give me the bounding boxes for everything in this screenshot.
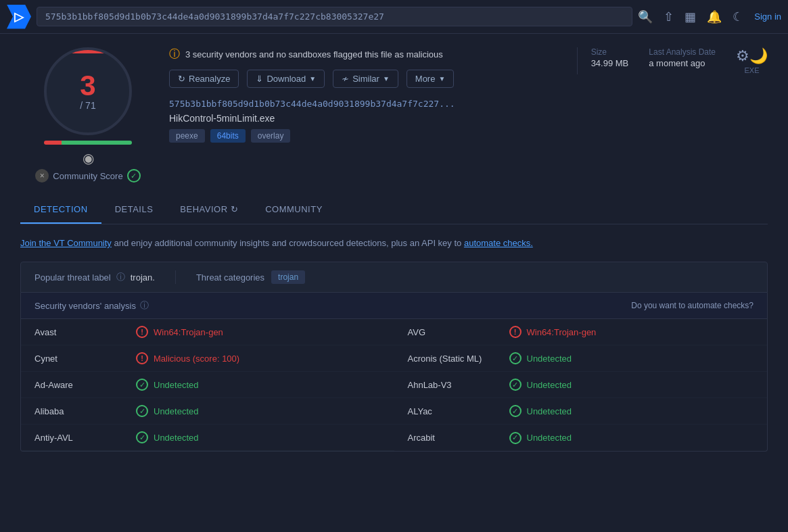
vendor-row: AhnLab-V3 ✓ Undetected — [394, 372, 768, 398]
detection-label: Undetected — [154, 433, 199, 443]
tab-details[interactable]: DETAILS — [101, 196, 167, 224]
vendor-status: ✓ Undetected — [509, 379, 572, 391]
similar-button[interactable]: ≁ Similar ▼ — [333, 70, 398, 88]
undetected-icon: ✓ — [509, 379, 522, 391]
check-icon: ✓ — [131, 172, 137, 180]
download-button[interactable]: ⇓ Download ▼ — [247, 70, 325, 88]
detection-label: Undetected — [527, 433, 572, 443]
vendor-name: Arcabit — [408, 433, 503, 443]
vendor-row: Ad-Aware ✓ Undetected — [21, 372, 394, 398]
more-dropdown-arrow: ▼ — [438, 75, 445, 82]
file-meta: ⓘ 3 security vendors and no sandboxes fl… — [156, 47, 563, 143]
question-mark-area: ◉ — [44, 150, 132, 166]
tag-64bits[interactable]: 64bits — [210, 129, 246, 143]
detection-label: Undetected — [154, 380, 199, 390]
score-circle-wrap: 3 / 71 — [44, 47, 132, 135]
vendor-name: Ad-Aware — [34, 380, 129, 390]
action-buttons: ↻ Reanalyze ⇓ Download ▼ ≁ Similar ▼ Mor… — [169, 70, 563, 88]
undetected-icon: ✓ — [509, 405, 522, 417]
upload-icon[interactable]: ⇧ — [664, 9, 674, 24]
join-vt-community-link[interactable]: Join the VT Community — [20, 238, 112, 248]
similar-icon: ≁ — [342, 74, 349, 84]
file-details-panel: Size 34.99 MB Last Analysis Date a momen… — [577, 47, 768, 74]
vendor-row: Antiy-AVL ✓ Undetected — [21, 425, 394, 451]
x-icon: × — [40, 171, 45, 180]
detected-icon: ! — [136, 352, 148, 364]
reanalyze-button[interactable]: ↻ Reanalyze — [169, 70, 239, 88]
bell-icon[interactable]: 🔔 — [707, 9, 722, 24]
automate-checks-link[interactable]: automate checks. — [464, 238, 533, 248]
tab-behavior[interactable]: BEHAVIOR ↻ — [166, 196, 252, 224]
vendor-row: Arcabit ✓ Undetected — [394, 425, 768, 451]
vendor-row: ALYac ✓ Undetected — [394, 398, 768, 425]
threat-cat-badge[interactable]: trojan — [271, 270, 305, 284]
vendor-status: ✓ Undetected — [136, 405, 199, 417]
score-number: 3 — [80, 72, 95, 100]
threat-header: Popular threat label ⓘ trojan. Threat ca… — [20, 262, 768, 293]
tab-detection[interactable]: DETECTION — [20, 196, 101, 224]
tag-peexe[interactable]: peexe — [169, 129, 205, 143]
detection-label: Undetected — [154, 406, 199, 416]
vendor-row: Cynet ! Malicious (score: 100) — [21, 345, 394, 372]
vendor-table-title: Security vendors' analysis ⓘ — [34, 299, 149, 312]
vendor-status: ✓ Undetected — [509, 352, 572, 364]
download-icon: ⇓ — [256, 74, 263, 84]
score-denominator: / 71 — [80, 100, 95, 111]
filetype-label: EXE — [744, 66, 759, 74]
threat-label-info-icon[interactable]: ⓘ — [116, 271, 125, 283]
threat-label-section: Popular threat label ⓘ trojan. — [34, 271, 155, 283]
hash-display: 575b3b1bbf805d9d1b0b73c44de4a0d9031899b3… — [37, 7, 632, 26]
date-value: a moment ago — [649, 58, 716, 68]
vendor-status: ! Malicious (score: 100) — [136, 352, 239, 364]
threat-cat-title: Threat categories — [196, 272, 264, 283]
vendor-status: ✓ Undetected — [136, 431, 199, 443]
signin-button[interactable]: Sign in — [754, 11, 781, 22]
file-name: HikControl-5minLimit.exe — [169, 113, 563, 124]
date-label: Last Analysis Date — [649, 47, 716, 57]
grid-icon[interactable]: ▦ — [685, 9, 696, 24]
detection-label: Undetected — [527, 380, 572, 390]
score-section: 3 / 71 ◉ × Community Score ✓ — [20, 47, 156, 183]
vt-logo[interactable]: ▷ — [7, 5, 31, 29]
vendor-status: ✓ Undetected — [509, 405, 572, 417]
detection-label: Win64:Trojan-gen — [527, 327, 597, 337]
community-score-dismiss[interactable]: × — [35, 169, 49, 183]
tag-overlay[interactable]: overlay — [251, 129, 291, 143]
top-navigation: ▷ 575b3b1bbf805d9d1b0b73c44de4a0d9031899… — [0, 0, 788, 34]
vendor-table-section: Security vendors' analysis ⓘ Do you want… — [20, 293, 768, 452]
undetected-icon: ✓ — [136, 379, 148, 391]
tab-community[interactable]: COMMUNITY — [252, 196, 336, 224]
search-icon[interactable]: 🔍 — [638, 9, 653, 24]
score-gauge — [44, 141, 132, 145]
vendor-table-info-icon[interactable]: ⓘ — [140, 299, 149, 312]
vendor-name: Cynet — [34, 354, 129, 364]
undetected-icon: ✓ — [509, 432, 522, 444]
detection-label: Win64:Trojan-gen — [154, 327, 223, 337]
threat-label-value: trojan. — [131, 272, 155, 283]
vendor-status: ! Win64:Trojan-gen — [136, 326, 223, 338]
autocheck-link: Do you want to automate checks? — [631, 301, 754, 310]
reanalyze-icon: ↻ — [178, 74, 185, 84]
question-mark-icon: ◉ — [83, 150, 94, 166]
vendor-row: Alibaba ✓ Undetected — [21, 398, 394, 425]
filetype-badge: ⚙🌙 EXE — [736, 47, 768, 74]
tags-row: peexe 64bits overlay — [169, 129, 563, 143]
detected-icon: ! — [136, 326, 148, 338]
detection-label: Undetected — [527, 354, 572, 364]
community-score-confirm[interactable]: ✓ — [127, 169, 141, 183]
vendor-name: AVG — [408, 327, 503, 337]
vendor-name: AhnLab-V3 — [408, 380, 503, 390]
undetected-icon: ✓ — [509, 352, 522, 364]
nav-icons: 🔍 ⇧ ▦ 🔔 ☾ Sign in — [638, 9, 781, 24]
undetected-icon: ✓ — [136, 431, 148, 443]
vendor-grid: Avast ! Win64:Trojan-gen AVG ! Win64:Tro… — [21, 319, 767, 451]
undetected-icon: ✓ — [136, 405, 148, 417]
promo-description: and enjoy additional community insights … — [114, 238, 464, 248]
moon-icon[interactable]: ☾ — [733, 9, 743, 24]
community-score-label: Community Score — [53, 171, 122, 181]
more-button[interactable]: More ▼ — [407, 70, 455, 88]
detection-label: Undetected — [527, 406, 572, 416]
vendor-row: Acronis (Static ML) ✓ Undetected — [394, 345, 768, 372]
community-score-row: × Community Score ✓ — [35, 169, 140, 183]
file-hash-row: 575b3b1bbf805d9d1b0b73c44de4a0d9031899b3… — [169, 99, 563, 109]
